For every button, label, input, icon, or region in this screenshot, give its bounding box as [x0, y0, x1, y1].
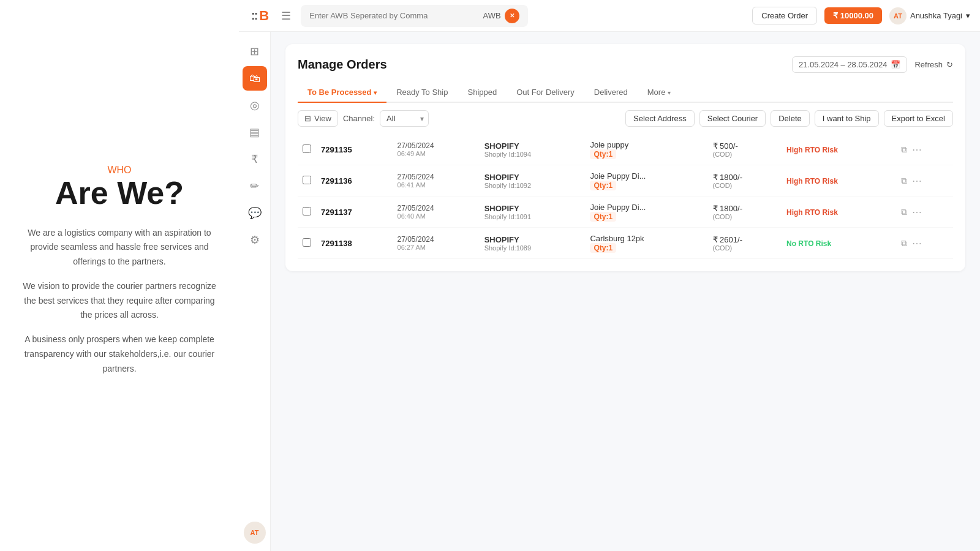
platform-name: SHOPIFY — [484, 204, 581, 213]
select-courier-button[interactable]: Select Courier — [699, 110, 766, 127]
order-date: 27/05/2024 — [398, 141, 475, 150]
topbar: :: B ☰ AWB ✕ Create Order ₹ 10000.00 AT … — [239, 0, 980, 32]
logo-b: B — [259, 8, 269, 24]
copy-icon[interactable]: ⧉ — [901, 207, 907, 217]
user-badge[interactable]: AT Anushka Tyagi ▾ — [889, 7, 970, 24]
who-text: WHO — [107, 165, 131, 175]
channel-wrapper: All Shopify Manual — [380, 110, 429, 127]
order-date: 27/05/2024 — [398, 235, 475, 244]
product-name: Joie Puppy Di... — [590, 171, 703, 181]
tab-shipped[interactable]: Shipped — [458, 83, 507, 103]
balance-button[interactable]: ₹ 10000.00 — [824, 7, 882, 24]
rto-risk-label: High RTO Risk — [786, 146, 838, 154]
product-name: Joie puppy — [590, 140, 703, 149]
price-cell: ₹ 1800/- (COD) — [708, 165, 782, 197]
view-label: View — [314, 114, 331, 123]
row-actions-cell: ⧉ ⋯ — [896, 165, 953, 197]
payment-type: (COD) — [713, 244, 777, 252]
table-row: 7291135 27/05/2024 06:49 AM SHOPIFY Shop… — [298, 134, 953, 165]
calendar-icon: 📅 — [891, 60, 900, 69]
orders-card: Manage Orders 21.05.2024 – 28.05.2024 📅 … — [285, 44, 965, 271]
tab-more[interactable]: More ▾ — [638, 83, 680, 103]
row-checkbox[interactable] — [303, 207, 311, 216]
price: ₹ 500/- — [713, 141, 777, 151]
order-date: 27/05/2024 — [398, 173, 475, 181]
sidebar-item-inventory[interactable]: ▤ — [243, 120, 267, 144]
rto-cell: High RTO Risk — [782, 134, 896, 165]
tab-ready-to-ship-label: Ready To Ship — [396, 88, 448, 97]
para3: A business only prospers when we keep co… — [18, 332, 221, 376]
order-time: 06:49 AM — [398, 150, 475, 157]
platform-name: SHOPIFY — [484, 141, 581, 151]
more-options-icon[interactable]: ⋯ — [912, 238, 922, 249]
platform-id: Shopify Id:1089 — [484, 244, 581, 252]
refresh-icon: ↻ — [946, 60, 953, 69]
tab-delivered-label: Delivered — [594, 88, 628, 97]
copy-icon[interactable]: ⧉ — [901, 176, 907, 186]
sidebar-item-settings[interactable]: ⚙ — [243, 228, 267, 252]
more-options-icon[interactable]: ⋯ — [912, 144, 922, 156]
sidebar-item-reports[interactable]: ✏ — [243, 174, 267, 198]
row-checkbox-cell — [298, 165, 316, 197]
row-checkbox[interactable] — [303, 238, 311, 247]
sidebar-item-orders[interactable]: 🛍 — [243, 66, 267, 91]
platform-id: Shopify Id:1094 — [484, 151, 581, 158]
row-actions-cell: ⧉ ⋯ — [896, 134, 953, 165]
tab-ready-to-ship[interactable]: Ready To Ship — [386, 83, 458, 103]
row-actions: ⧉ ⋯ — [901, 175, 948, 187]
copy-icon[interactable]: ⧉ — [901, 238, 907, 249]
create-order-button[interactable]: Create Order — [752, 7, 817, 24]
row-actions: ⧉ ⋯ — [901, 144, 948, 156]
sidebar-item-dashboard[interactable]: ⊞ — [243, 39, 267, 64]
qty-badge: Qty:1 — [590, 181, 616, 190]
product-cell: Joie Puppy Di... Qty:1 — [585, 165, 707, 197]
awb-label: AWB — [483, 11, 501, 20]
para2: We vision to provide the courier partner… — [18, 279, 221, 323]
are-we-heading: Are We? — [55, 176, 184, 211]
user-name: Anushka Tyagi — [910, 11, 962, 20]
i-want-to-ship-button[interactable]: I want to Ship — [815, 110, 879, 127]
table-row: 7291136 27/05/2024 06:41 AM SHOPIFY Shop… — [298, 165, 953, 197]
rto-cell: High RTO Risk — [782, 197, 896, 228]
export-to-excel-button[interactable]: Export to Excel — [884, 110, 953, 127]
sidebar-item-support[interactable]: 💬 — [243, 201, 267, 225]
more-options-icon[interactable]: ⋯ — [912, 206, 922, 218]
order-time: 06:41 AM — [398, 181, 475, 189]
date-range-text: 21.05.2024 – 28.05.2024 — [799, 60, 888, 69]
row-actions-cell: ⧉ ⋯ — [896, 197, 953, 228]
channel-select[interactable]: All Shopify Manual — [380, 110, 429, 127]
view-button[interactable]: ⊟ View — [298, 110, 338, 127]
sidebar-user-avatar[interactable]: AT — [244, 522, 266, 544]
orders-table-container: 7291135 27/05/2024 06:49 AM SHOPIFY Shop… — [298, 134, 953, 259]
tab-more-label: More — [647, 88, 666, 97]
tab-to-be-processed[interactable]: To Be Processed ▾ — [298, 83, 386, 103]
sliders-icon: ⊟ — [304, 114, 311, 123]
order-date-cell: 27/05/2024 06:41 AM — [393, 165, 480, 197]
tab-chevron-icon: ▾ — [374, 89, 377, 96]
row-checkbox[interactable] — [303, 176, 311, 184]
sidebar-item-billing[interactable]: ₹ — [243, 147, 267, 171]
toolbar: ⊟ View Channel: All Shopify Manual Selec… — [298, 110, 953, 127]
delete-button[interactable]: Delete — [771, 110, 810, 127]
search-input[interactable] — [309, 11, 478, 20]
menu-icon[interactable]: ☰ — [279, 7, 293, 25]
tab-out-for-delivery[interactable]: Out For Delivery — [507, 83, 584, 103]
payment-type: (COD) — [713, 213, 777, 220]
price-cell: ₹ 500/- (COD) — [708, 134, 782, 165]
platform-cell: SHOPIFY Shopify Id:1091 — [480, 197, 586, 228]
channel-label: Channel: — [343, 114, 375, 123]
refresh-button[interactable]: Refresh ↻ — [914, 60, 953, 69]
tab-delivered[interactable]: Delivered — [584, 83, 638, 103]
date-range-picker[interactable]: 21.05.2024 – 28.05.2024 📅 — [792, 56, 908, 73]
awb-circle-icon[interactable]: ✕ — [505, 9, 519, 23]
rto-risk-label: High RTO Risk — [786, 177, 838, 186]
who-heading: WHO — [107, 165, 131, 176]
sidebar-item-scan[interactable]: ◎ — [243, 93, 267, 118]
platform-name: SHOPIFY — [484, 173, 581, 182]
row-checkbox[interactable] — [303, 144, 311, 153]
row-actions-cell: ⧉ ⋯ — [896, 228, 953, 259]
select-address-button[interactable]: Select Address — [625, 110, 695, 127]
more-options-icon[interactable]: ⋯ — [912, 175, 922, 187]
tabs: To Be Processed ▾ Ready To Ship Shipped … — [298, 83, 953, 103]
copy-icon[interactable]: ⧉ — [901, 144, 907, 155]
